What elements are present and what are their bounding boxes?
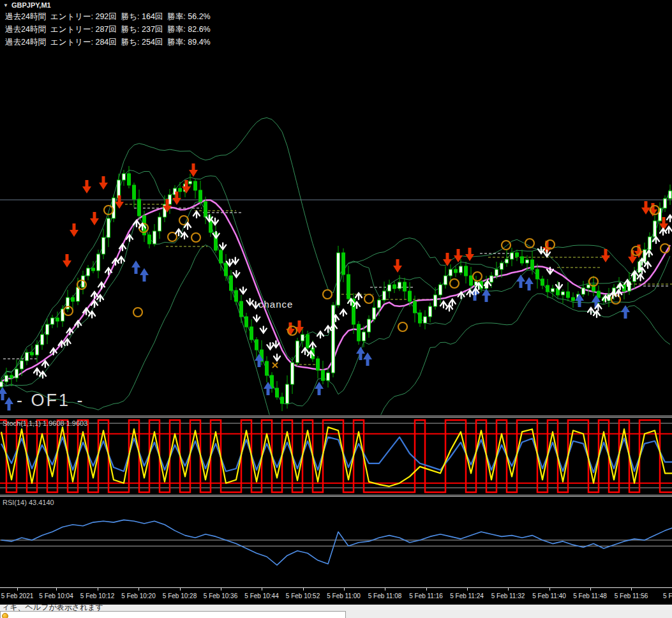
time-label: 5 Feb 10:44: [244, 592, 278, 599]
chance-label: chance: [258, 299, 293, 310]
time-label: 5 Feb 2021: [1, 592, 34, 599]
of1-label: - OF1 -: [17, 391, 85, 411]
time-label: 5 Feb 10:04: [39, 592, 73, 599]
time-label: 5 Feb 10:36: [204, 592, 237, 599]
stoch-signal-wave: [0, 420, 672, 492]
sell-arrows: [63, 163, 668, 336]
panel-separator[interactable]: [0, 494, 672, 497]
time-axis[interactable]: 5 Feb 20215 Feb 10:045 Feb 10:125 Feb 10…: [0, 587, 672, 605]
stats-line-2: 過去24時間 エントリー: 287回 勝ち: 237回 勝率: 82.6%: [5, 25, 211, 34]
symbol-label: GBPJPY,M1: [11, 1, 51, 9]
time-tick: [549, 588, 550, 591]
tooltip-box: [0, 611, 346, 618]
stochastic-label: Stoch(1,1,1) 1.9608 1.9603: [3, 419, 87, 427]
time-tick: [385, 588, 385, 591]
stats-line-3: 過去24時間 エントリー: 284回 勝ち: 254回 勝率: 89.4%: [5, 38, 211, 47]
time-tick: [344, 588, 345, 591]
time-tick: [590, 588, 591, 591]
time-tick: [180, 588, 181, 591]
time-label: 5 Feb 11:16: [409, 592, 443, 599]
info-icon: [2, 613, 8, 618]
mt4-chart-window: ▼ GBPJPY,M1 過去24時間 エントリー: 292回 勝ち: 164回 …: [0, 0, 672, 618]
time-label: 5 Feb 11:56: [615, 592, 648, 599]
time-tick: [426, 588, 427, 591]
time-label: 5 Feb 11:48: [573, 592, 607, 599]
rsi-level-lines: [0, 540, 672, 546]
signal-x-marks: [273, 363, 278, 368]
time-label: 5 Feb 11:08: [368, 592, 402, 599]
time-label: 5 Feb 11:24: [450, 592, 484, 599]
time-label: 5 Feb 10:52: [286, 592, 320, 599]
time-label: 5 Feb 11:32: [491, 592, 525, 599]
main-price-chart[interactable]: [0, 0, 672, 415]
time-tick: [138, 588, 139, 591]
time-label: 5 Feb 10:12: [80, 592, 114, 599]
rsi-line: [1, 520, 672, 565]
time-tick: [631, 588, 632, 591]
stats-line-1: 過去24時間 エントリー: 292回 勝ち: 164回 勝率: 56.2%: [5, 12, 211, 21]
time-label: 5 Feb 10:20: [121, 592, 155, 599]
buy-arrows: [0, 260, 630, 411]
status-bar: ィキ、ヘルプが表示されます: [0, 605, 672, 618]
time-label: 5 Feb 11:40: [532, 592, 566, 599]
symbol-header: ▼ GBPJPY,M1: [3, 1, 51, 9]
time-label: 5 Feb 11:00: [327, 592, 361, 599]
bollinger-bands: [1, 117, 670, 415]
rsi-panel[interactable]: [0, 497, 672, 587]
magenta-ma: [1, 200, 670, 382]
stoch-k-line: [1, 427, 672, 486]
time-label: 5 Feb 10:28: [163, 592, 197, 599]
panel-separator[interactable]: [0, 415, 672, 418]
stochastic-panel[interactable]: [0, 418, 672, 494]
time-tick: [508, 588, 509, 591]
time-tick: [221, 588, 221, 591]
time-tick: [467, 588, 468, 591]
rsi-label: RSI(14) 43.4140: [3, 499, 54, 506]
time-tick: [17, 588, 18, 591]
stats-block: 過去24時間 エントリー: 292回 勝ち: 164回 勝率: 56.2% 過去…: [5, 10, 211, 49]
time-tick: [98, 588, 98, 591]
chevron-down-icon[interactable]: ▼: [3, 3, 8, 8]
time-tick: [56, 588, 57, 591]
time-label: 5 Feb 1: [663, 592, 672, 599]
time-tick: [303, 588, 304, 591]
time-tick: [262, 588, 262, 591]
